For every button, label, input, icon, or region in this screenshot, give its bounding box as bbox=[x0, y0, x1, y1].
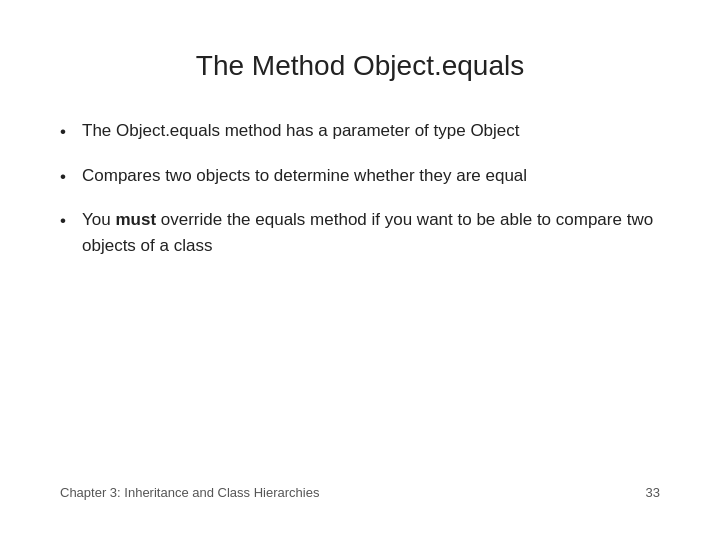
slide-title: The Method Object.equals bbox=[60, 50, 660, 82]
bullet-dot-2: • bbox=[60, 164, 82, 190]
bullet-3-bold: must bbox=[115, 210, 156, 229]
bullet-2-text: Compares two objects to determine whethe… bbox=[82, 166, 527, 185]
footer-page-number: 33 bbox=[646, 485, 660, 500]
bullet-item-2: • Compares two objects to determine whet… bbox=[60, 163, 660, 190]
bullet-text-2: Compares two objects to determine whethe… bbox=[82, 163, 660, 189]
bullet-item-1: • The Object.equals method has a paramet… bbox=[60, 118, 660, 145]
bullet-text-1: The Object.equals method has a parameter… bbox=[82, 118, 660, 144]
bullet-dot-1: • bbox=[60, 119, 82, 145]
bullet-1-text: The Object.equals method has a parameter… bbox=[82, 121, 520, 140]
bullet-3-before-bold: You bbox=[82, 210, 115, 229]
bullet-text-3: You must override the equals method if y… bbox=[82, 207, 660, 258]
slide-footer: Chapter 3: Inheritance and Class Hierarc… bbox=[60, 475, 660, 500]
slide-content: • The Object.equals method has a paramet… bbox=[60, 118, 660, 475]
bullet-3-after-bold: override the equals method if you want t… bbox=[82, 210, 653, 255]
slide: The Method Object.equals • The Object.eq… bbox=[0, 0, 720, 540]
bullet-dot-3: • bbox=[60, 208, 82, 234]
footer-chapter: Chapter 3: Inheritance and Class Hierarc… bbox=[60, 485, 319, 500]
bullet-item-3: • You must override the equals method if… bbox=[60, 207, 660, 258]
